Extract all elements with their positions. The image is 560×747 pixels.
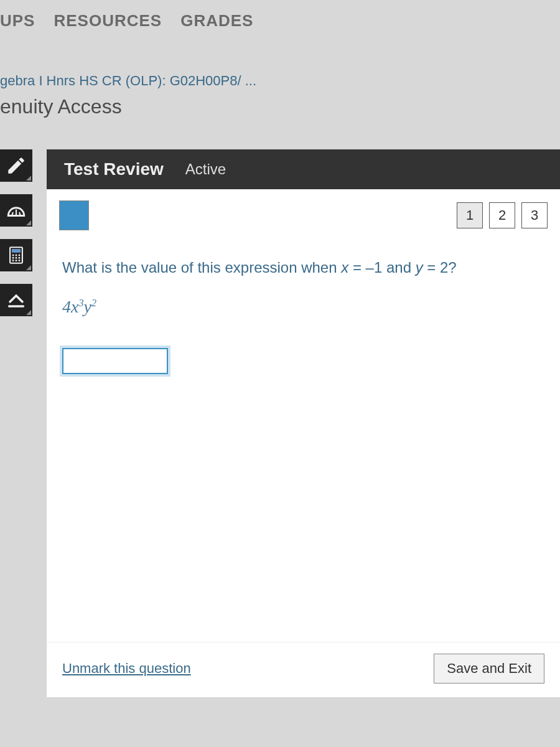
- panel-footer: Unmark this question Save and Exit: [47, 642, 560, 697]
- question-nav-2[interactable]: 2: [489, 202, 515, 228]
- active-label: Active: [185, 161, 226, 178]
- test-panel: Test Review Active 1 2 3 What is the val…: [47, 149, 560, 697]
- question-nav-3[interactable]: 3: [521, 202, 548, 228]
- svg-point-8: [12, 257, 14, 259]
- top-nav: UPS RESOURCES GRADES: [0, 0, 560, 42]
- expand-triangle-icon: [26, 176, 31, 181]
- question-nav-1[interactable]: 1: [457, 202, 483, 228]
- side-tools: [0, 149, 37, 316]
- expand-triangle-icon: [26, 265, 31, 270]
- collapse-icon: [6, 289, 27, 311]
- pencil-icon: [6, 155, 27, 176]
- svg-point-7: [19, 255, 21, 256]
- nav-tab-resources[interactable]: RESOURCES: [54, 11, 162, 31]
- var-y: y: [416, 259, 423, 276]
- expr-y: y: [83, 297, 91, 316]
- var-x: x: [341, 259, 348, 276]
- x-equals: = –1 and: [348, 259, 415, 276]
- calculator-tool[interactable]: [0, 239, 32, 271]
- save-and-exit-button[interactable]: Save and Exit: [434, 654, 544, 684]
- pencil-tool[interactable]: [0, 149, 32, 182]
- collapse-tool[interactable]: [0, 284, 32, 316]
- nav-tab-grades[interactable]: GRADES: [180, 11, 253, 31]
- expand-triangle-icon: [26, 220, 31, 225]
- y-equals: = 2?: [423, 259, 457, 276]
- svg-point-5: [12, 255, 14, 256]
- expr-x: x: [71, 297, 78, 316]
- panel-header: Test Review Active: [47, 149, 560, 189]
- review-title: Test Review: [64, 159, 164, 179]
- svg-point-9: [16, 257, 17, 259]
- question-prompt: What is the value of this expression whe…: [62, 257, 544, 278]
- calculator-icon: [6, 245, 27, 266]
- svg-point-13: [19, 260, 21, 261]
- expr-y-pow: 2: [91, 297, 96, 308]
- svg-point-12: [16, 260, 17, 261]
- coef: 4: [62, 297, 71, 316]
- svg-rect-4: [12, 249, 21, 253]
- svg-point-10: [19, 257, 21, 259]
- protractor-icon: [6, 200, 27, 221]
- expand-triangle-icon: [26, 310, 31, 315]
- unmark-question-link[interactable]: Unmark this question: [62, 660, 191, 677]
- nav-tab-groups[interactable]: UPS: [0, 11, 35, 31]
- breadcrumb[interactable]: gebra I Hnrs HS CR (OLP): G02H00P8/ ...: [0, 42, 560, 95]
- prompt-text: What is the value of this expression whe…: [62, 259, 341, 276]
- page-title: enuity Access: [0, 95, 560, 137]
- question-body: What is the value of this expression whe…: [47, 242, 560, 642]
- answer-input[interactable]: [62, 348, 168, 374]
- content-region: Test Review Active 1 2 3 What is the val…: [0, 137, 560, 697]
- question-nav-row: 1 2 3: [47, 189, 560, 242]
- protractor-tool[interactable]: [0, 194, 32, 227]
- math-expression: 4x3y2: [62, 297, 544, 317]
- flag-question-button[interactable]: [59, 200, 89, 230]
- svg-point-11: [12, 260, 14, 261]
- svg-point-6: [16, 255, 17, 256]
